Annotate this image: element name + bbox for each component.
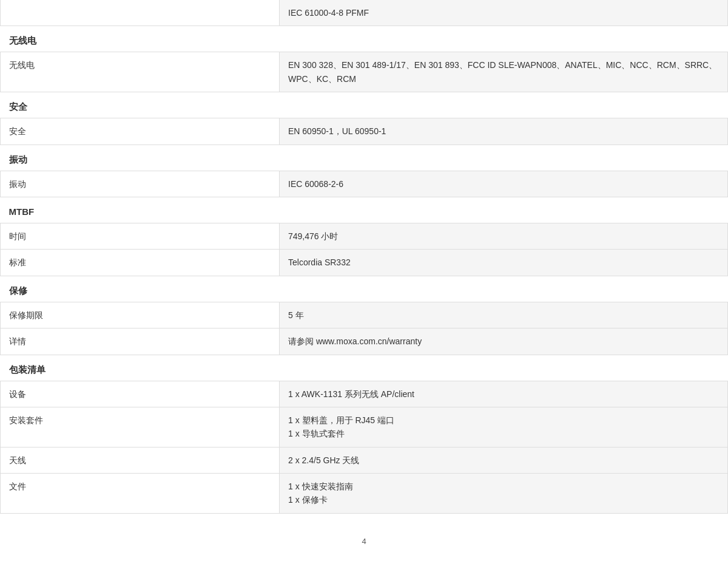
label-cell: 时间 (1, 223, 280, 249)
table-row: 时间 749,476 小时 (1, 223, 728, 249)
value-cell: 1 x AWK-1131 系列无线 AP/client (280, 381, 728, 407)
table-row: 文件 1 x 快速安装指南 1 x 保修卡 (1, 474, 728, 514)
section-title: MTBF (1, 197, 728, 223)
value-cell: 请参阅 www.moxa.com.cn/warranty (280, 328, 728, 355)
value-cell: 2 x 2.4/5 GHz 天线 (280, 447, 728, 473)
section-header-mtbf: MTBF (1, 197, 728, 223)
spec-table: IEC 61000-4-8 PFMF 无线电 无线电 EN 300 328、EN… (0, 0, 728, 514)
section-title: 无线电 (1, 26, 728, 52)
value-cell: EN 300 328、EN 301 489-1/17、EN 301 893、FC… (280, 52, 728, 92)
value-cell-install: 1 x 塑料盖，用于 RJ45 端口 1 x 导轨式套件 (280, 407, 728, 447)
table-row: 设备 1 x AWK-1131 系列无线 AP/client (1, 381, 728, 407)
value-cell: 5 年 (280, 302, 728, 328)
label-cell: 安装套件 (1, 407, 280, 447)
label-cell: 保修期限 (1, 302, 280, 328)
page-number: 4 (362, 537, 366, 546)
section-title: 安全 (1, 92, 728, 118)
install-line2: 1 x 导轨式套件 (288, 429, 345, 438)
label-cell: 天线 (1, 447, 280, 473)
label-cell: 无线电 (1, 52, 280, 92)
table-row: 安全 EN 60950-1，UL 60950-1 (1, 118, 728, 145)
table-row: IEC 61000-4-8 PFMF (1, 0, 728, 26)
section-header-baoxiu: 保修 (1, 276, 728, 302)
table-row: 天线 2 x 2.4/5 GHz 天线 (1, 447, 728, 473)
label-cell: 标准 (1, 250, 280, 276)
table-row: 详情 请参阅 www.moxa.com.cn/warranty (1, 328, 728, 355)
label-cell (1, 0, 280, 26)
value-cell: IEC 60068-2-6 (280, 171, 728, 197)
value-cell-docs: 1 x 快速安装指南 1 x 保修卡 (280, 474, 728, 514)
label-cell: 振动 (1, 171, 280, 197)
label-cell: 安全 (1, 118, 280, 145)
label-cell: 设备 (1, 381, 280, 407)
table-row: 安装套件 1 x 塑料盖，用于 RJ45 端口 1 x 导轨式套件 (1, 407, 728, 447)
label-cell: 详情 (1, 328, 280, 355)
table-row: 标准 Telcordia SR332 (1, 250, 728, 276)
table-row: 保修期限 5 年 (1, 302, 728, 328)
value-cell: 749,476 小时 (280, 223, 728, 249)
value-cell: EN 60950-1，UL 60950-1 (280, 118, 728, 145)
section-header-zhendong: 振动 (1, 145, 728, 171)
docs-line1: 1 x 快速安装指南 (288, 481, 353, 491)
value-cell: IEC 61000-4-8 PFMF (280, 0, 728, 26)
section-header-wuxiandian: 无线电 (1, 26, 728, 52)
label-cell: 文件 (1, 474, 280, 514)
section-title: 保修 (1, 276, 728, 302)
docs-line2: 1 x 保修卡 (288, 495, 328, 505)
table-row: 振动 IEC 60068-2-6 (1, 171, 728, 197)
section-title: 包装清单 (1, 355, 728, 381)
value-cell: Telcordia SR332 (280, 250, 728, 276)
page-content: IEC 61000-4-8 PFMF 无线电 无线电 EN 300 328、EN… (0, 0, 728, 526)
section-title: 振动 (1, 145, 728, 171)
table-row: 无线电 EN 300 328、EN 301 489-1/17、EN 301 89… (1, 52, 728, 92)
section-header-baozhuang: 包装清单 (1, 355, 728, 381)
section-header-anquan: 安全 (1, 92, 728, 118)
page-number-area: 4 (0, 532, 728, 551)
install-line1: 1 x 塑料盖，用于 RJ45 端口 (288, 415, 394, 425)
